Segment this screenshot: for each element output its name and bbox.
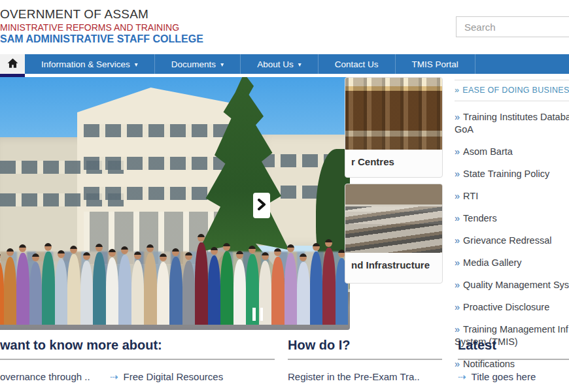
carousel-next-button[interactable]	[253, 193, 270, 218]
heading-rule	[0, 359, 275, 360]
chevron-bullet-icon: »	[455, 280, 460, 290]
link-free-digital-resources[interactable]: ⇢Free Digital Resources	[110, 371, 223, 382]
latest-heading: Latest	[458, 338, 569, 353]
chevron-bullet-icon: »	[455, 302, 460, 312]
search-input[interactable]	[456, 16, 569, 37]
sidebar-link-rti[interactable]: »RTI	[455, 190, 569, 203]
sidebar-link-state-training-policy[interactable]: »State Training Policy	[455, 168, 569, 180]
heading-rule	[458, 359, 569, 360]
sidebar-link-training-institutes-database[interactable]: »Training Institutes Databa GoA	[455, 111, 569, 136]
chevron-bullet-icon: »	[455, 235, 460, 246]
main-nav: Information & Services ▾ Documents ▾ Abo…	[0, 54, 569, 74]
sidebar-link-grievance-redressal[interactable]: »Grievance Redressal	[455, 235, 569, 247]
nav-item-about-us[interactable]: About Us ▾	[241, 54, 319, 74]
chevron-bullet-icon: »	[455, 213, 460, 223]
thumb-caption: r Centres	[345, 150, 442, 167]
thumb-image-hall	[345, 184, 442, 253]
latest-column: Latest ⇢Title goes here	[458, 335, 569, 383]
link-title-goes-here[interactable]: ⇢Title goes here	[458, 371, 536, 382]
home-button[interactable]	[0, 54, 25, 74]
chevron-bullet-icon: »	[455, 112, 460, 122]
home-icon	[7, 57, 19, 72]
sidebar-link-media-gallery[interactable]: »Media Gallery	[455, 257, 569, 269]
know-more-heading: want to know more about:	[0, 338, 275, 353]
link-register-pre-exam[interactable]: Register in the Pre-Exam Tra..	[288, 371, 420, 382]
nav-item-documents[interactable]: Documents ▾	[155, 54, 241, 74]
nav-item-tmis-portal[interactable]: TMIS Portal	[396, 54, 475, 74]
carousel-slide-photo	[0, 77, 350, 330]
chevron-bullet-icon: »	[455, 257, 460, 268]
chevron-right-icon	[257, 199, 266, 212]
chevron-bullet-icon: »	[455, 324, 460, 335]
sidebar-link-ease-of-doing-business[interactable]: »EASE OF DOING BUSINESS	[455, 80, 569, 101]
sidebar-link-quality-management-system[interactable]: »Quality Management Sys	[455, 279, 569, 291]
arrow-right-icon: ⇢	[458, 371, 466, 383]
chevron-bullet-icon: »	[455, 86, 459, 95]
sidebar-link-tenders[interactable]: »Tenders	[455, 212, 569, 225]
nav-item-information-services[interactable]: Information & Services ▾	[25, 54, 155, 74]
how-do-i-heading: How do I?	[288, 338, 442, 353]
chevron-bullet-icon: »	[455, 191, 460, 201]
thumb-card-centres[interactable]: r Centres	[345, 77, 443, 178]
know-more-column: want to know more about: overnance throu…	[0, 335, 275, 383]
heading-rule	[288, 359, 442, 360]
how-do-i-column: How do I? Register in the Pre-Exam Tra..	[288, 335, 442, 382]
crowd	[0, 234, 350, 325]
carousel-pause-button[interactable]	[252, 308, 263, 321]
government-title: OVERNMENT OF ASSAM	[0, 7, 148, 22]
arrow-right-icon: ⇢	[110, 371, 118, 383]
nav-item-contact-us[interactable]: Contact Us	[319, 54, 396, 74]
sidebar-link-proactive-disclosure[interactable]: »Proactive Disclosure	[455, 301, 569, 314]
sidebar-link-asom-barta[interactable]: »Asom Barta	[455, 146, 569, 158]
thumb-caption: nd Infrastructure	[345, 253, 442, 270]
chevron-down-icon: ▾	[135, 61, 138, 68]
chevron-bullet-icon: »	[455, 169, 460, 179]
page: OVERNMENT OF ASSAM MINISTRATIVE REFORMS …	[0, 0, 569, 392]
link-governance-through[interactable]: overnance through ..	[0, 371, 110, 382]
college-title: SAM ADMINISTRATIVE STAFF COLLEGE	[0, 33, 203, 45]
chevron-down-icon: ▾	[298, 61, 302, 68]
chevron-bullet-icon: »	[455, 146, 460, 157]
thumb-image-interior	[345, 78, 442, 150]
thumb-card-infrastructure[interactable]: nd Infrastructure	[345, 184, 443, 284]
department-title: MINISTRATIVE REFORMS AND TRAINING	[0, 22, 179, 33]
chevron-down-icon: ▾	[220, 61, 224, 68]
